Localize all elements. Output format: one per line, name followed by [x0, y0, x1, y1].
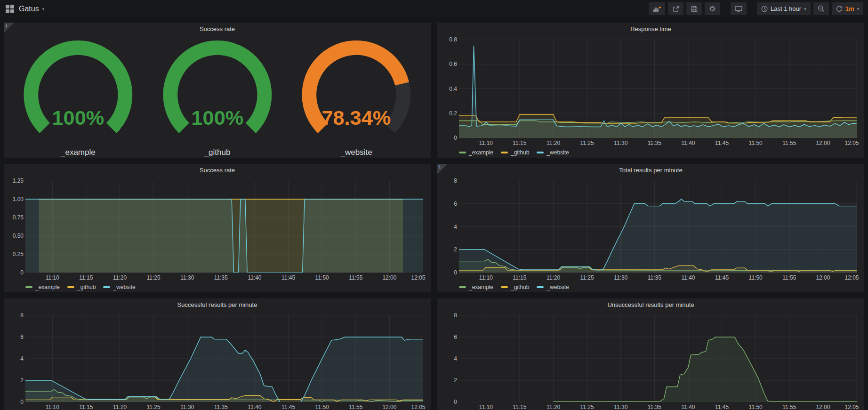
- x-axis-tick: 11:15: [79, 404, 93, 410]
- gear-icon: [709, 5, 716, 12]
- legend-item-_website[interactable]: _website: [537, 149, 569, 156]
- x-axis-tick: 11:30: [614, 274, 627, 281]
- y-axis-tick: 8: [454, 312, 457, 319]
- panel-title[interactable]: Unsuccessful results per minute: [437, 298, 864, 311]
- x-axis-tick: 11:35: [648, 274, 661, 281]
- x-axis-tick: 11:15: [513, 404, 526, 410]
- legend-item-_website[interactable]: _website: [103, 284, 135, 290]
- series-area-_website: [459, 199, 857, 273]
- save-button[interactable]: [686, 2, 702, 15]
- x-axis-tick: 11:30: [614, 404, 627, 410]
- x-axis-tick: 12:00: [382, 274, 396, 281]
- plot-area[interactable]: [459, 181, 857, 273]
- x-axis-tick: 11:10: [46, 274, 59, 281]
- plot-canvas[interactable]: [459, 181, 857, 273]
- x-axis-tick: 12:00: [382, 404, 396, 410]
- plot-area[interactable]: [459, 40, 857, 138]
- legend-item-_github[interactable]: _github: [501, 149, 529, 156]
- settings-button[interactable]: [705, 2, 720, 15]
- legend-swatch: [459, 152, 466, 153]
- monitor-icon: [735, 6, 742, 12]
- plot-canvas[interactable]: [25, 181, 423, 273]
- series-area-_website: [25, 199, 423, 273]
- x-axis-tick: 12:00: [816, 274, 830, 281]
- plot-canvas[interactable]: [25, 315, 423, 402]
- panel-info-corner[interactable]: i: [4, 23, 14, 33]
- panel-total-results: i Total results per minute 0246811:1011:…: [437, 164, 864, 292]
- x-axis-tick: 12:05: [411, 404, 425, 410]
- info-icon: i: [6, 23, 7, 28]
- gauges-container: 100% _example 100% _github 78.34% _websi…: [4, 35, 431, 161]
- panel-title[interactable]: Total results per minute: [437, 164, 864, 176]
- x-axis-tick: 11:30: [180, 274, 194, 281]
- dashboards-grid-icon[interactable]: [6, 5, 14, 13]
- legend-label: _example: [469, 284, 493, 290]
- add-panel-button[interactable]: [649, 2, 665, 15]
- dashboard-title: Gatus: [19, 5, 39, 13]
- legend-swatch: [25, 286, 32, 288]
- y-axis-tick: 4: [454, 355, 457, 362]
- legend-item-_github[interactable]: _github: [501, 284, 529, 290]
- time-range-label: Last 1 hour: [771, 5, 801, 12]
- legend-swatch: [537, 152, 544, 153]
- legend-item-_example[interactable]: _example: [459, 284, 493, 290]
- panel-info-corner[interactable]: i: [437, 164, 448, 174]
- panel-successful-results: Successful results per minute 0246811:10…: [4, 298, 431, 410]
- x-axis-tick: 11:10: [479, 274, 493, 281]
- navbar: Gatus ▾: [0, 0, 868, 17]
- x-axis-tick: 11:55: [782, 274, 796, 281]
- panel-title[interactable]: Response time: [437, 23, 864, 35]
- x-axis-tick: 11:25: [147, 274, 161, 281]
- zoom-out-icon: [818, 5, 825, 12]
- plot-area[interactable]: [25, 181, 423, 273]
- y-axis-tick: 4: [20, 355, 24, 362]
- plot-area[interactable]: [25, 315, 423, 402]
- share-button[interactable]: [668, 2, 683, 15]
- refresh-button[interactable]: 1m ▾: [832, 2, 863, 15]
- x-axis-tick: 11:40: [248, 274, 261, 281]
- x-axis-tick: 12:05: [844, 140, 859, 146]
- chart: 0246811:1011:1511:2011:2511:3011:3511:40…: [442, 178, 860, 292]
- panel-title[interactable]: Successful results per minute: [4, 298, 431, 311]
- y-axis-tick: 0.8: [449, 36, 457, 43]
- plot-area[interactable]: [459, 315, 857, 402]
- panel-title[interactable]: Success rate: [4, 23, 431, 35]
- legend-item-_github[interactable]: _github: [67, 284, 96, 290]
- x-axis-tick: 11:50: [749, 140, 763, 146]
- x-axis-tick: 11:40: [248, 404, 261, 410]
- x-axis-tick: 12:05: [844, 274, 859, 281]
- chevron-down-icon: ▾: [42, 7, 45, 11]
- legend: _example _github _website: [459, 283, 569, 291]
- plot-canvas[interactable]: [459, 40, 857, 138]
- x-axis-tick: 11:55: [782, 404, 796, 410]
- dashboard-title-dropdown[interactable]: Gatus ▾: [19, 5, 44, 13]
- time-range-picker[interactable]: Last 1 hour ▾: [757, 2, 811, 15]
- x-axis-tick: 11:45: [281, 404, 295, 410]
- panel-success-rate-graph: Success rate 00.250.500.751.001.2511:101…: [4, 164, 431, 292]
- tv-mode-button[interactable]: [731, 2, 747, 15]
- y-axis-tick: 0.2: [449, 110, 457, 117]
- y-axis-tick: 6: [454, 201, 457, 207]
- plot-canvas[interactable]: [459, 315, 857, 402]
- panel-title[interactable]: Success rate: [4, 164, 431, 176]
- gauge-_github: 100% _github: [148, 35, 287, 160]
- legend-label: _github: [511, 284, 529, 290]
- legend-item-_example[interactable]: _example: [25, 284, 60, 290]
- x-axis-tick: 11:30: [614, 140, 627, 146]
- legend-swatch: [459, 286, 466, 288]
- x-axis-tick: 11:40: [681, 404, 695, 410]
- y-axis-tick: 0: [20, 399, 24, 405]
- x-axis-tick: 11:20: [113, 274, 127, 281]
- series-area-_website: [554, 337, 857, 402]
- dashboard-grid: i Success rate 100% _example 100% _githu…: [0, 17, 868, 410]
- x-axis-tick: 11:35: [648, 404, 661, 410]
- gauge-_website: 78.34% _website: [287, 35, 426, 160]
- x-axis-tick: 11:20: [113, 404, 127, 410]
- legend-item-_website[interactable]: _website: [537, 284, 569, 290]
- gauge-label: _example: [61, 147, 96, 160]
- y-axis-tick: 6: [20, 334, 24, 340]
- zoom-out-button[interactable]: [813, 2, 829, 15]
- y-axis-tick: 4: [454, 224, 457, 230]
- legend-item-_example[interactable]: _example: [459, 149, 493, 156]
- y-axis-tick: 0.50: [13, 233, 24, 239]
